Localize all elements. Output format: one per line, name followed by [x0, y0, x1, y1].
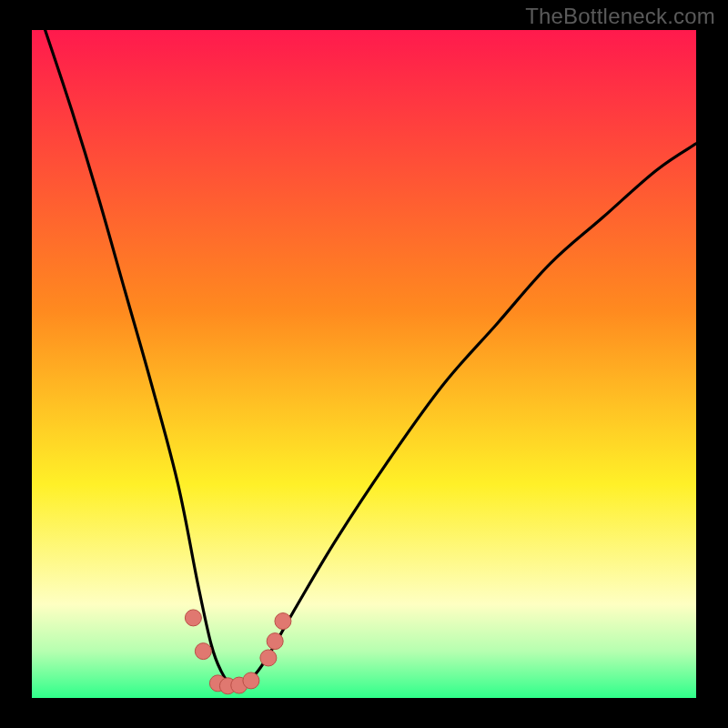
- curve-marker: [260, 650, 277, 666]
- curve-marker: [267, 633, 283, 650]
- curve-marker: [243, 672, 259, 689]
- chart-frame: TheBottleneck.com: [0, 0, 728, 728]
- curve-marker: [275, 613, 291, 630]
- curve-marker: [195, 643, 211, 660]
- plot-background: [32, 30, 696, 698]
- watermark-text: TheBottleneck.com: [525, 4, 715, 29]
- curve-marker: [185, 610, 201, 626]
- bottleneck-chart: [0, 0, 728, 728]
